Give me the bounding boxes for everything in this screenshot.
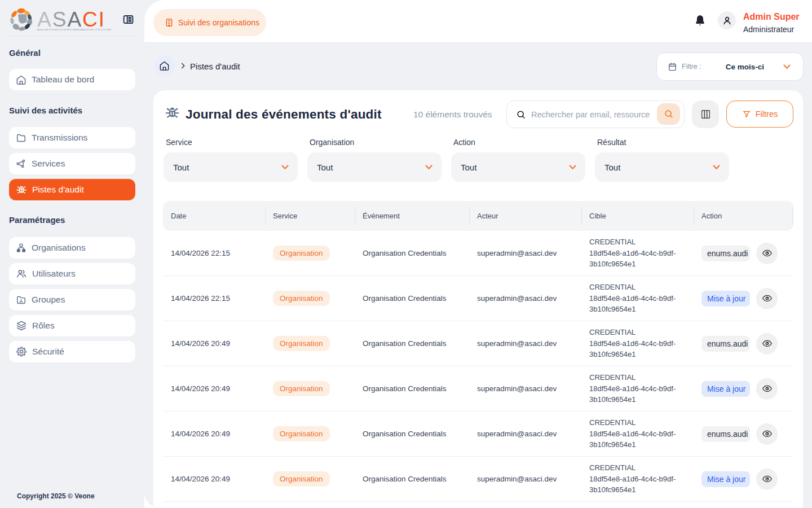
- svg-text:ASACI: ASACI: [37, 8, 105, 31]
- svg-text:ASSOCIATION DES SOCIETES D'ASS: ASSOCIATION DES SOCIETES D'ASSURANCES DE…: [37, 28, 112, 31]
